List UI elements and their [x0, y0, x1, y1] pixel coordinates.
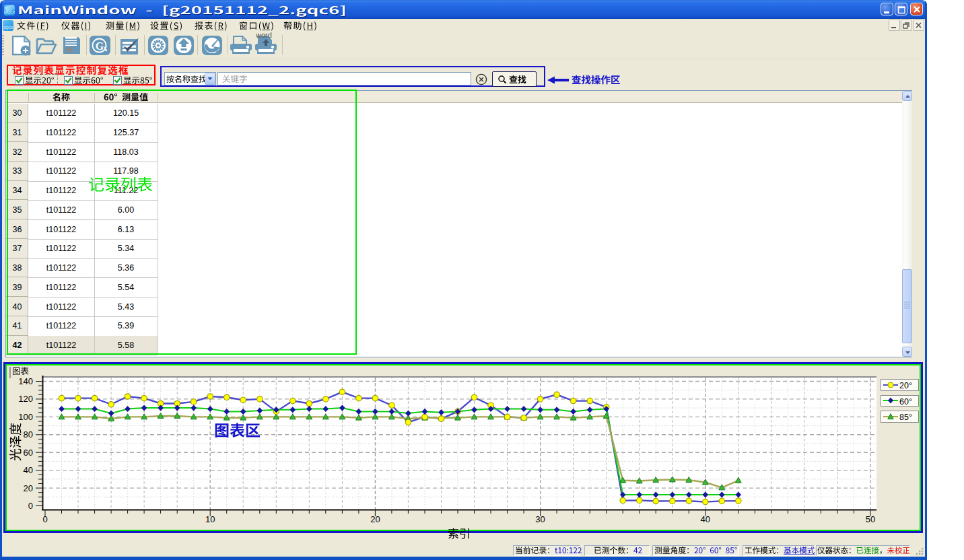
svg-text:140: 140 — [18, 376, 33, 386]
svg-text:100: 100 — [18, 412, 33, 422]
svg-text:60: 60 — [24, 448, 33, 458]
svg-text:50: 50 — [866, 514, 875, 524]
svg-text:0: 0 — [42, 514, 47, 524]
svg-text:80: 80 — [24, 429, 33, 440]
svg-text:10: 10 — [205, 514, 215, 524]
svg-text:120: 120 — [18, 394, 33, 404]
svg-text:40: 40 — [24, 465, 33, 475]
svg-text:0: 0 — [28, 501, 33, 511]
svg-text:30: 30 — [535, 514, 545, 524]
svg-text:40: 40 — [701, 514, 710, 524]
svg-text:20: 20 — [370, 514, 380, 524]
svg-text:20: 20 — [24, 483, 33, 493]
